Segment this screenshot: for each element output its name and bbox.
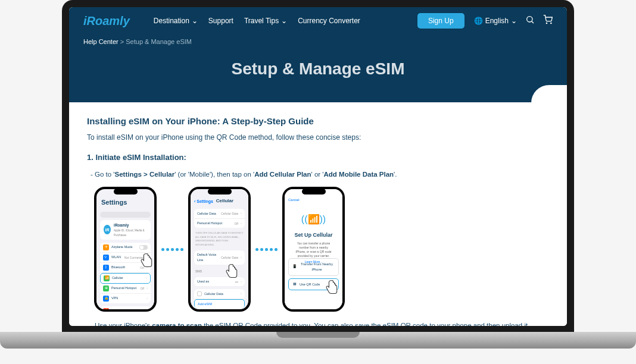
article-intro: To install eSIM on your iPhone using the… xyxy=(87,132,549,143)
language-selector[interactable]: 🌐 English ⌄ xyxy=(474,17,517,25)
step1-text: - Go to 'Settings > Cellular' (or 'Mobil… xyxy=(87,169,549,180)
nav-destination[interactable]: Destination ⌄ xyxy=(154,17,198,25)
row-default-voice: Default Voice LineCellular Data› xyxy=(194,250,245,265)
phone1-profile: iR iRoamly Apple ID, iCloud, Media & Pur… xyxy=(100,220,151,240)
cart-icon[interactable] xyxy=(543,15,553,27)
cellular-signal-icon: ((📶)) xyxy=(289,212,338,227)
step1-prefix: - Go to ' xyxy=(91,171,115,178)
svg-point-0 xyxy=(527,17,532,22)
btn-transfer: 📱Transfer From Nearby iPhone xyxy=(288,258,339,276)
language-label: English xyxy=(485,17,509,25)
page-header: iRoamly Destination ⌄ Support Travel Tip… xyxy=(69,7,567,102)
phone1-profile-name: iRoamly xyxy=(114,222,147,228)
footer-prefix: - Use your iPhone's xyxy=(91,322,152,326)
step1-mid1: ' (or 'Mobile'), then tap on ' xyxy=(174,171,254,178)
nav-destination-label: Destination xyxy=(154,17,189,25)
step1-mid2: ' or ' xyxy=(311,171,324,178)
row-hotspot: ⊕Personal HotspotOff› xyxy=(100,284,151,294)
chevron-down-icon: ⌄ xyxy=(281,17,287,25)
step1-bold2: Add Cellular Plan xyxy=(254,171,311,178)
phone-screenshots: Settings iR iRoamly Apple ID, iCloud, Me… xyxy=(94,187,549,312)
page-title: Setup & Manage eSIM xyxy=(69,49,567,102)
phone3-title: Set Up Cellular xyxy=(289,231,338,239)
row-cellular-highlighted: 📶Cellular› xyxy=(100,273,151,284)
article-content: Installing eSIM on Your iPhone: A Step-b… xyxy=(69,102,567,326)
search-icon[interactable] xyxy=(525,15,535,27)
phone-icon: 📱 xyxy=(292,265,297,269)
breadcrumb-separator: > xyxy=(120,38,124,45)
svg-point-2 xyxy=(546,23,547,23)
nav-links: Destination ⌄ Support Travel Tips ⌄ Curr… xyxy=(154,17,408,25)
connector-dots xyxy=(161,248,183,251)
brand-logo[interactable]: iRoamly xyxy=(83,14,130,28)
qr-icon: ▦ xyxy=(292,282,297,287)
phone-cellular: ‹ Settings Cellular Cellular DataCellula… xyxy=(188,187,251,312)
phone3-cancel: Cancel xyxy=(288,197,300,203)
hand-pointer-icon xyxy=(224,263,241,280)
right-nav: 🌐 English ⌄ xyxy=(474,15,553,27)
step1-end: '. xyxy=(394,171,397,178)
row-hotspot2: Personal HotspotOff› xyxy=(194,219,245,228)
phone3-desc: You can transfer a phone number from a n… xyxy=(289,241,338,258)
phone2-title: Cellular xyxy=(205,197,245,205)
svg-point-3 xyxy=(551,23,551,23)
phone-settings: Settings iR iRoamly Apple ID, iCloud, Me… xyxy=(94,187,157,312)
nav-currency[interactable]: Currency Converter xyxy=(298,17,360,25)
nav-travel-tips-label: Travel Tips xyxy=(244,17,279,25)
chevron-down-icon: ⌄ xyxy=(511,17,517,25)
navbar: iRoamly Destination ⌄ Support Travel Tip… xyxy=(69,7,567,34)
row-vpn: 🔒VPN› xyxy=(100,294,151,303)
nav-support[interactable]: Support xyxy=(208,17,233,25)
chevron-down-icon: ⌄ xyxy=(192,17,198,25)
footer-text: - Use your iPhone's camera to scan the e… xyxy=(87,320,549,326)
nav-travel-tips[interactable]: Travel Tips ⌄ xyxy=(244,17,287,25)
row-airplane: ✈Airplane Mode xyxy=(100,243,151,253)
connector-dots xyxy=(255,248,278,251)
row-cellular-data: Cellular DataCellular Data› xyxy=(194,209,245,219)
globe-icon: 🌐 xyxy=(474,17,483,25)
step1-title: 1. Initiate eSIM Installation: xyxy=(87,152,549,164)
breadcrumb: Help Center > Setup & Manage eSIM xyxy=(69,34,567,49)
row-cellular-data2: Cellular Data› xyxy=(194,289,245,299)
phone1-search xyxy=(100,212,151,218)
svg-line-1 xyxy=(532,21,534,23)
step1-bold1: Settings > Cellular xyxy=(115,171,175,178)
phone1-profile-sub: Apple ID, iCloud, Media & Purchases xyxy=(114,228,147,237)
footer-bold: camera to scan xyxy=(152,322,202,326)
laptop-base xyxy=(0,332,636,349)
row-notifications: 🔔Notifications› xyxy=(100,306,151,310)
hand-pointer-icon xyxy=(139,252,155,269)
breadcrumb-help-center[interactable]: Help Center xyxy=(83,38,119,45)
avatar-icon: iR xyxy=(104,225,111,234)
signup-button[interactable]: Sign Up xyxy=(417,13,464,29)
article-heading: Installing eSIM on Your iPhone: A Step-b… xyxy=(87,114,549,128)
hand-pointer-icon xyxy=(324,279,341,296)
phone-setup-cellular: Cancel ((📶)) Set Up Cellular You can tra… xyxy=(282,187,345,312)
row-add-esim-highlighted: Add eSIM xyxy=(194,299,245,309)
breadcrumb-current: Setup & Manage eSIM xyxy=(126,38,192,45)
step1-bold3: Add Mobile Data Plan xyxy=(324,171,394,178)
